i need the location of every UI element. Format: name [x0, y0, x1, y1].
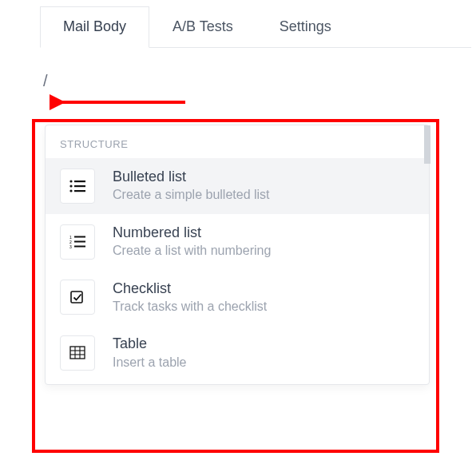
menu-item-checklist[interactable]: Checklist Track tasks with a checklist	[46, 270, 429, 326]
scrollbar-thumb[interactable]	[424, 125, 430, 164]
menu-item-desc: Create a simple bulleted list	[113, 186, 270, 204]
svg-text:3: 3	[69, 244, 72, 249]
svg-rect-10	[74, 240, 85, 242]
menu-item-desc: Track tasks with a checklist	[113, 298, 267, 315]
editor-area[interactable]: /	[40, 72, 476, 90]
menu-item-table[interactable]: Table Insert a table	[46, 325, 429, 381]
numbered-list-icon: 1 2 3	[60, 224, 95, 260]
tab-ab-tests[interactable]: A/B Tests	[149, 6, 256, 47]
menu-item-desc: Insert a table	[113, 354, 187, 371]
bulleted-list-icon	[60, 169, 95, 204]
slash-command-trigger: /	[40, 72, 48, 89]
menu-item-numbered-list[interactable]: 1 2 3 Numbered list Create a list with n…	[46, 214, 429, 270]
menu-item-desc: Create a list with numbering	[113, 242, 271, 260]
menu-section-header: STRUCTURE	[46, 125, 429, 158]
tab-settings[interactable]: Settings	[256, 6, 355, 47]
annotation-arrow	[50, 93, 193, 112]
svg-point-5	[69, 189, 72, 192]
table-icon	[60, 335, 95, 371]
tabs-bar: Mail Body A/B Tests Settings	[40, 6, 471, 48]
svg-rect-14	[70, 347, 85, 359]
svg-rect-2	[74, 180, 85, 182]
menu-item-title: Numbered list	[113, 224, 271, 242]
svg-rect-8	[74, 236, 85, 237]
svg-rect-4	[74, 185, 85, 187]
menu-item-bulleted-list[interactable]: Bulleted list Create a simple bulleted l…	[46, 158, 429, 214]
svg-point-1	[69, 180, 72, 182]
checklist-icon	[60, 280, 95, 315]
svg-point-3	[69, 184, 72, 187]
tab-mail-body[interactable]: Mail Body	[40, 6, 149, 48]
menu-item-title: Table	[113, 335, 187, 353]
menu-item-title: Bulleted list	[113, 168, 270, 186]
slash-menu-popup: STRUCTURE Bulleted list Create a simple …	[45, 125, 430, 385]
svg-rect-13	[71, 292, 82, 303]
menu-item-title: Checklist	[113, 280, 267, 298]
svg-rect-12	[74, 245, 85, 247]
svg-rect-6	[74, 190, 85, 192]
